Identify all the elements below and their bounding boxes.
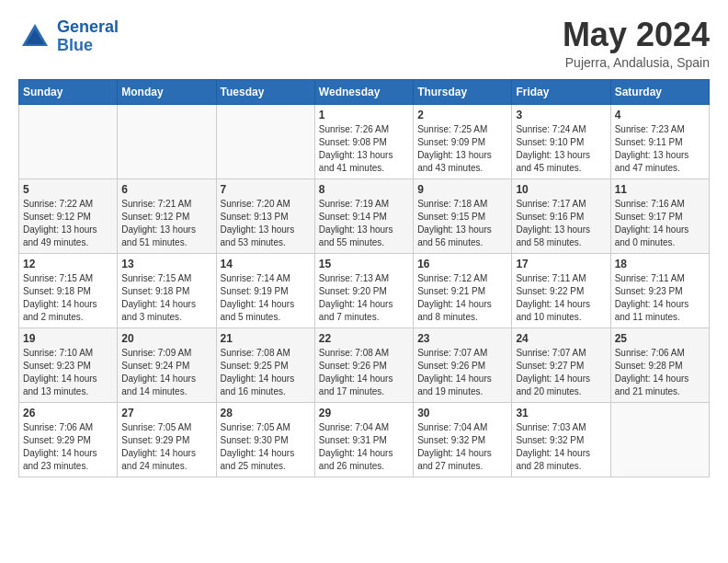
calendar-cell: 15Sunrise: 7:13 AM Sunset: 9:20 PM Dayli… <box>314 254 413 328</box>
day-info: Sunrise: 7:08 AM Sunset: 9:26 PM Dayligh… <box>319 347 409 398</box>
day-info: Sunrise: 7:06 AM Sunset: 9:28 PM Dayligh… <box>615 347 705 398</box>
day-info: Sunrise: 7:15 AM Sunset: 9:18 PM Dayligh… <box>23 272 113 324</box>
day-number: 13 <box>121 258 211 270</box>
calendar-cell: 19Sunrise: 7:10 AM Sunset: 9:23 PM Dayli… <box>19 328 118 403</box>
day-number: 6 <box>121 183 211 196</box>
day-info: Sunrise: 7:13 AM Sunset: 9:20 PM Dayligh… <box>319 272 409 324</box>
day-info: Sunrise: 7:16 AM Sunset: 9:17 PM Dayligh… <box>615 198 705 249</box>
day-info: Sunrise: 7:18 AM Sunset: 9:15 PM Dayligh… <box>417 198 507 249</box>
day-info: Sunrise: 7:21 AM Sunset: 9:12 PM Dayligh… <box>121 198 211 249</box>
day-number: 5 <box>23 183 113 196</box>
day-info: Sunrise: 7:17 AM Sunset: 9:16 PM Dayligh… <box>516 198 606 249</box>
calendar-week-5: 26Sunrise: 7:06 AM Sunset: 9:29 PM Dayli… <box>19 403 710 477</box>
day-info: Sunrise: 7:15 AM Sunset: 9:18 PM Dayligh… <box>121 272 211 324</box>
calendar-cell: 11Sunrise: 7:16 AM Sunset: 9:17 PM Dayli… <box>610 179 709 254</box>
day-number: 30 <box>417 407 507 419</box>
day-info: Sunrise: 7:12 AM Sunset: 9:21 PM Dayligh… <box>417 272 507 324</box>
calendar-cell: 16Sunrise: 7:12 AM Sunset: 9:21 PM Dayli… <box>414 254 512 328</box>
day-number: 31 <box>516 407 606 419</box>
calendar-cell: 20Sunrise: 7:09 AM Sunset: 9:24 PM Dayli… <box>118 328 216 403</box>
calendar-cell: 12Sunrise: 7:15 AM Sunset: 9:18 PM Dayli… <box>19 254 118 328</box>
day-number: 17 <box>516 258 606 270</box>
calendar-cell: 2Sunrise: 7:25 AM Sunset: 9:09 PM Daylig… <box>414 105 512 179</box>
day-number: 10 <box>516 183 606 196</box>
day-info: Sunrise: 7:19 AM Sunset: 9:14 PM Dayligh… <box>319 198 409 249</box>
calendar-body: 1Sunrise: 7:26 AM Sunset: 9:08 PM Daylig… <box>19 105 710 477</box>
day-number: 22 <box>319 332 409 345</box>
day-info: Sunrise: 7:23 AM Sunset: 9:11 PM Dayligh… <box>615 123 705 175</box>
day-number: 21 <box>221 332 311 345</box>
calendar-cell <box>19 105 118 179</box>
calendar-week-3: 12Sunrise: 7:15 AM Sunset: 9:18 PM Dayli… <box>19 254 710 328</box>
calendar-cell: 21Sunrise: 7:08 AM Sunset: 9:25 PM Dayli… <box>216 328 314 403</box>
day-info: Sunrise: 7:24 AM Sunset: 9:10 PM Dayligh… <box>516 123 606 175</box>
day-info: Sunrise: 7:04 AM Sunset: 9:31 PM Dayligh… <box>319 421 409 473</box>
month-title: May 2024 <box>563 18 710 52</box>
calendar-cell: 5Sunrise: 7:22 AM Sunset: 9:12 PM Daylig… <box>19 179 118 254</box>
calendar-cell: 7Sunrise: 7:20 AM Sunset: 9:13 PM Daylig… <box>216 179 314 254</box>
day-info: Sunrise: 7:09 AM Sunset: 9:24 PM Dayligh… <box>121 347 211 398</box>
calendar-header: SundayMondayTuesdayWednesdayThursdayFrid… <box>19 80 710 105</box>
day-number: 7 <box>221 183 311 196</box>
calendar-cell: 31Sunrise: 7:03 AM Sunset: 9:32 PM Dayli… <box>512 403 610 477</box>
calendar-cell: 9Sunrise: 7:18 AM Sunset: 9:15 PM Daylig… <box>414 179 512 254</box>
day-number: 20 <box>121 332 211 345</box>
calendar-cell: 8Sunrise: 7:19 AM Sunset: 9:14 PM Daylig… <box>314 179 413 254</box>
calendar-cell: 1Sunrise: 7:26 AM Sunset: 9:08 PM Daylig… <box>314 105 413 179</box>
day-number: 12 <box>23 258 113 270</box>
day-number: 29 <box>319 407 409 419</box>
calendar-table: SundayMondayTuesdayWednesdayThursdayFrid… <box>18 79 710 477</box>
day-info: Sunrise: 7:07 AM Sunset: 9:26 PM Dayligh… <box>417 347 507 398</box>
day-number: 15 <box>319 258 409 270</box>
day-number: 4 <box>615 109 705 121</box>
calendar-week-2: 5Sunrise: 7:22 AM Sunset: 9:12 PM Daylig… <box>19 179 710 254</box>
calendar-cell: 27Sunrise: 7:05 AM Sunset: 9:29 PM Dayli… <box>118 403 216 477</box>
day-info: Sunrise: 7:07 AM Sunset: 9:27 PM Dayligh… <box>516 347 606 398</box>
calendar-cell: 28Sunrise: 7:05 AM Sunset: 9:30 PM Dayli… <box>216 403 314 477</box>
day-number: 3 <box>516 109 606 121</box>
calendar-cell: 30Sunrise: 7:04 AM Sunset: 9:32 PM Dayli… <box>414 403 512 477</box>
day-number: 1 <box>319 109 409 121</box>
page-header: General Blue May 2024 Pujerra, Andalusia… <box>18 18 710 70</box>
calendar-cell <box>118 105 216 179</box>
day-info: Sunrise: 7:25 AM Sunset: 9:09 PM Dayligh… <box>417 123 507 175</box>
logo-icon <box>18 20 51 53</box>
calendar-cell: 14Sunrise: 7:14 AM Sunset: 9:19 PM Dayli… <box>216 254 314 328</box>
day-info: Sunrise: 7:05 AM Sunset: 9:29 PM Dayligh… <box>121 421 211 473</box>
day-number: 19 <box>23 332 113 345</box>
day-info: Sunrise: 7:10 AM Sunset: 9:23 PM Dayligh… <box>23 347 113 398</box>
day-info: Sunrise: 7:06 AM Sunset: 9:29 PM Dayligh… <box>23 421 113 473</box>
day-info: Sunrise: 7:08 AM Sunset: 9:25 PM Dayligh… <box>221 347 311 398</box>
day-info: Sunrise: 7:22 AM Sunset: 9:12 PM Dayligh… <box>23 198 113 249</box>
calendar-cell: 24Sunrise: 7:07 AM Sunset: 9:27 PM Dayli… <box>512 328 610 403</box>
day-info: Sunrise: 7:26 AM Sunset: 9:08 PM Dayligh… <box>319 123 409 175</box>
day-number: 16 <box>417 258 507 270</box>
calendar-cell: 18Sunrise: 7:11 AM Sunset: 9:23 PM Dayli… <box>610 254 709 328</box>
header-cell-thursday: Thursday <box>414 80 512 105</box>
calendar-cell: 3Sunrise: 7:24 AM Sunset: 9:10 PM Daylig… <box>512 105 610 179</box>
calendar-week-4: 19Sunrise: 7:10 AM Sunset: 9:23 PM Dayli… <box>19 328 710 403</box>
day-number: 24 <box>516 332 606 345</box>
day-number: 18 <box>615 258 705 270</box>
header-cell-wednesday: Wednesday <box>314 80 413 105</box>
header-cell-saturday: Saturday <box>610 80 709 105</box>
day-info: Sunrise: 7:20 AM Sunset: 9:13 PM Dayligh… <box>221 198 311 249</box>
day-info: Sunrise: 7:03 AM Sunset: 9:32 PM Dayligh… <box>516 421 606 473</box>
calendar-cell: 13Sunrise: 7:15 AM Sunset: 9:18 PM Dayli… <box>118 254 216 328</box>
header-cell-tuesday: Tuesday <box>216 80 314 105</box>
header-cell-friday: Friday <box>512 80 610 105</box>
logo-general: General <box>57 17 119 36</box>
day-info: Sunrise: 7:11 AM Sunset: 9:22 PM Dayligh… <box>516 272 606 324</box>
calendar-cell: 22Sunrise: 7:08 AM Sunset: 9:26 PM Dayli… <box>314 328 413 403</box>
logo-text: General Blue <box>57 18 119 55</box>
day-number: 2 <box>417 109 507 121</box>
calendar-cell: 23Sunrise: 7:07 AM Sunset: 9:26 PM Dayli… <box>414 328 512 403</box>
header-cell-sunday: Sunday <box>19 80 118 105</box>
calendar-cell: 25Sunrise: 7:06 AM Sunset: 9:28 PM Dayli… <box>610 328 709 403</box>
day-number: 14 <box>221 258 311 270</box>
day-number: 8 <box>319 183 409 196</box>
header-row: SundayMondayTuesdayWednesdayThursdayFrid… <box>19 80 710 105</box>
calendar-cell <box>610 403 709 477</box>
calendar-cell: 17Sunrise: 7:11 AM Sunset: 9:22 PM Dayli… <box>512 254 610 328</box>
day-info: Sunrise: 7:05 AM Sunset: 9:30 PM Dayligh… <box>221 421 311 473</box>
